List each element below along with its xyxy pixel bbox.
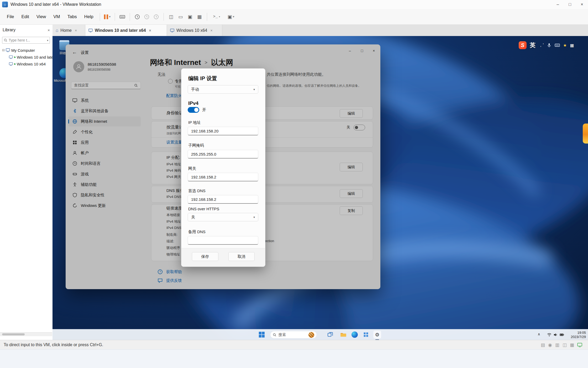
- tab-windows-10-and-later-x64[interactable]: Windows 10 and later x64 ×: [85, 25, 167, 36]
- sogou-logo-icon[interactable]: S: [519, 41, 527, 49]
- toolbar-separator: [207, 13, 207, 21]
- vmware-app-icon: ◇: [2, 2, 8, 7]
- vm-icon: [170, 28, 174, 33]
- tab-windows-10-x64[interactable]: Windows 10 x64 ×: [167, 25, 222, 36]
- search-highlight-avatar[interactable]: [308, 332, 314, 338]
- close-tab-icon[interactable]: ×: [210, 28, 212, 33]
- scrollbar-thumb[interactable]: [2, 333, 25, 335]
- revert-snapshot-icon: [144, 14, 149, 19]
- open-console-button[interactable]: >_ ▾: [210, 12, 224, 22]
- show-library-button[interactable]: ◫: [166, 12, 176, 22]
- tree-item-vm-2[interactable]: ▶ Windows 10 x64: [0, 60, 61, 67]
- tab-home[interactable]: ⌂ Home ×: [52, 25, 85, 36]
- star-icon[interactable]: ★: [563, 43, 567, 48]
- volume-icon[interactable]: [553, 333, 558, 337]
- wifi-icon[interactable]: [547, 333, 552, 337]
- menu-vm[interactable]: VM: [50, 14, 64, 19]
- chevron-down-icon[interactable]: ▾: [233, 15, 234, 18]
- mic-icon[interactable]: [547, 43, 552, 48]
- vmware-menubar: File Edit View VM Tabs Help ▾ ◫ ▭ ▣ ▦ >_…: [0, 9, 588, 25]
- dialog-footer: 保存 取消: [181, 248, 265, 267]
- battery-icon[interactable]: [560, 333, 564, 337]
- edge-button[interactable]: [351, 331, 359, 339]
- sidebar-handle[interactable]: [583, 124, 588, 144]
- library-horizontal-scrollbar[interactable]: [0, 332, 52, 336]
- tray-chevron-up-icon[interactable]: ∧: [538, 332, 540, 336]
- fullscreen-button[interactable]: ▣ ▾: [224, 12, 238, 22]
- close-tab-icon[interactable]: ×: [75, 28, 77, 33]
- settings-app-button[interactable]: ⚙: [373, 331, 381, 339]
- minimize-button[interactable]: –: [552, 0, 564, 9]
- search-icon: [273, 333, 276, 337]
- chevron-down-icon[interactable]: ▾: [109, 15, 111, 18]
- manage-snapshots-icon: [154, 14, 159, 19]
- taskbar-search-input[interactable]: 搜索: [270, 331, 317, 339]
- toolbar-separator: [164, 13, 164, 21]
- vm-icon: [9, 62, 13, 66]
- tree-item-vm-1[interactable]: ▶ Windows 10 and later x64: [0, 54, 61, 60]
- vm-icon: [9, 55, 13, 59]
- guest-clock[interactable]: 19:05 2023/7/29: [565, 331, 586, 339]
- ctrl-alt-del-button[interactable]: [118, 12, 127, 22]
- dns-over-https-select[interactable]: 关 ▾: [188, 213, 258, 221]
- usb-device-icon[interactable]: ▥: [555, 342, 559, 348]
- sound-device-icon[interactable]: ◫: [563, 342, 567, 348]
- maximize-button[interactable]: □: [564, 0, 576, 9]
- search-dropdown-icon[interactable]: ▾: [47, 39, 48, 42]
- ime-language-indicator[interactable]: 英: [530, 41, 536, 49]
- menu-file[interactable]: File: [3, 14, 18, 19]
- edit-ip-settings-dialog: 编辑 IP 设置 手动 ▾ IPv4 开 IP 地址 子网掩码 网关 首选 DN…: [181, 68, 265, 267]
- gateway-input[interactable]: [188, 173, 258, 181]
- suspend-vm-button[interactable]: ▾: [103, 12, 112, 22]
- hard-disk-device-icon[interactable]: ▤: [541, 342, 545, 348]
- store-button[interactable]: [362, 331, 370, 339]
- preferred-dns-input[interactable]: [188, 195, 258, 204]
- sogou-ime-bar[interactable]: S 英 ，' ★ ▦: [519, 40, 587, 51]
- subnet-mask-label: 子网掩码: [188, 143, 204, 148]
- search-icon: [4, 38, 7, 42]
- cd-device-icon[interactable]: ◉: [548, 342, 552, 348]
- ipv4-toggle-state: 开: [202, 108, 206, 113]
- close-tab-icon[interactable]: ×: [149, 28, 151, 33]
- start-button[interactable]: [258, 331, 266, 339]
- ipv4-toggle[interactable]: [188, 107, 199, 113]
- save-button[interactable]: 保存: [192, 252, 218, 261]
- alternate-dns-input[interactable]: [188, 236, 258, 245]
- menu-help[interactable]: Help: [81, 14, 97, 19]
- menu-edit[interactable]: Edit: [18, 14, 33, 19]
- close-button[interactable]: ×: [576, 0, 588, 9]
- library-title: Library: [3, 28, 15, 32]
- alternate-dns-label: 备用 DNS: [188, 229, 206, 234]
- revert-snapshot-button[interactable]: [142, 12, 151, 22]
- menu-tabs[interactable]: Tabs: [64, 14, 81, 19]
- punctuation-icon[interactable]: ，': [539, 43, 544, 48]
- manage-snapshots-button[interactable]: [151, 12, 161, 22]
- close-library-icon[interactable]: ×: [48, 28, 50, 32]
- take-snapshot-button[interactable]: [133, 12, 142, 22]
- keyboard-icon[interactable]: [555, 43, 560, 48]
- printer-device-icon[interactable]: ▦: [570, 342, 574, 348]
- task-view-button[interactable]: [326, 331, 334, 339]
- unity-view-button[interactable]: ▦: [195, 12, 204, 22]
- ip-mode-select[interactable]: 手动 ▾: [188, 85, 258, 94]
- settings-window: ← 设置 – □ × 8618159056598 8618159056598 查…: [66, 44, 380, 289]
- subnet-mask-input[interactable]: [188, 150, 258, 159]
- statusbar-message: To direct input to this VM, click inside…: [4, 343, 103, 347]
- menu-view[interactable]: View: [33, 14, 50, 19]
- network-adapter-connected-icon[interactable]: [577, 343, 582, 347]
- active-app-indicator: [375, 339, 379, 340]
- tree-item-my-computer[interactable]: ⊟ My Computer: [0, 47, 55, 54]
- chevron-down-icon[interactable]: ▾: [219, 15, 220, 18]
- preferred-dns-label: 首选 DNS: [188, 188, 206, 193]
- ip-address-input[interactable]: [188, 127, 258, 135]
- cancel-button[interactable]: 取消: [228, 252, 255, 261]
- tree-expander-icon[interactable]: ⊟: [2, 48, 5, 52]
- toolbox-icon[interactable]: ▦: [570, 43, 574, 48]
- console-view-button[interactable]: ▣: [185, 12, 195, 22]
- search-placeholder: 搜索: [279, 333, 308, 337]
- library-search-input[interactable]: Type here t... ▾: [2, 37, 50, 44]
- show-thumbnail-bar-button[interactable]: ▭: [176, 12, 185, 22]
- vm-display[interactable]: 回收站 Microsoft Edge S 英 ，' ★ ▦ ← 设置 – □ ×: [52, 36, 588, 340]
- keyboard-icon: [119, 14, 125, 20]
- file-explorer-button[interactable]: [339, 331, 347, 339]
